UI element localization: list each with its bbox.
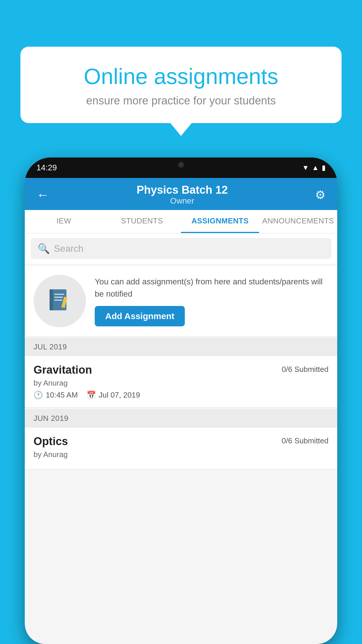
bubble-title: Online assignments <box>38 64 324 89</box>
phone-notch <box>158 158 204 172</box>
battery-icon: ▮ <box>322 164 326 172</box>
add-assignment-button[interactable]: Add Assignment <box>95 306 185 326</box>
status-bar: 14:29 ▼ ▲ ▮ <box>25 158 337 178</box>
search-container: 🔍 Search <box>25 233 337 264</box>
assignment-card-optics[interactable]: Optics 0/6 Submitted by Anurag <box>25 428 337 469</box>
tab-announcements[interactable]: ANNOUNCEMENTS <box>259 210 337 233</box>
tab-iew[interactable]: IEW <box>25 210 103 233</box>
tab-assignments[interactable]: ASSIGNMENTS <box>181 210 259 233</box>
svg-rect-4 <box>54 300 62 301</box>
bubble-subtitle: ensure more practice for your students <box>38 94 324 107</box>
assignment-by-optics: by Anurag <box>34 450 328 459</box>
search-bar[interactable]: 🔍 Search <box>31 238 331 259</box>
header-center: Physics Batch 12 Owner <box>137 184 228 206</box>
promo-card: You can add assignment(s) from here and … <box>25 266 337 336</box>
app-header: ← Physics Batch 12 Owner ⚙ <box>25 178 337 210</box>
clock-icon: 🕐 <box>34 391 43 400</box>
status-time: 14:29 <box>36 163 57 172</box>
svg-rect-1 <box>50 289 53 310</box>
assignment-submitted-optics: 0/6 Submitted <box>282 436 328 445</box>
datetime-time: 🕐 10:45 AM <box>34 391 78 400</box>
assignment-top-optics: Optics 0/6 Submitted <box>34 435 328 448</box>
speech-bubble-container: Online assignments ensure more practice … <box>20 47 342 123</box>
phone-frame: 14:29 ▼ ▲ ▮ ← Physics Batch 12 Owner ⚙ I… <box>25 158 337 644</box>
header-title: Physics Batch 12 <box>137 184 228 196</box>
promo-icon-circle <box>34 275 86 327</box>
front-camera <box>178 162 184 168</box>
settings-button[interactable]: ⚙ <box>315 188 326 202</box>
promo-text: You can add assignment(s) from here and … <box>95 276 328 300</box>
assignment-datetime: 🕐 10:45 AM 📅 Jul 07, 2019 <box>34 391 328 400</box>
status-icons: ▼ ▲ ▮ <box>302 164 326 172</box>
signal-icon: ▲ <box>312 164 319 172</box>
month-section-jun: JUN 2019 <box>25 409 337 428</box>
assignment-card-gravitation[interactable]: Gravitation 0/6 Submitted by Anurag 🕐 10… <box>25 356 337 407</box>
search-icon: 🔍 <box>38 243 50 254</box>
tabs-bar: IEW STUDENTS ASSIGNMENTS ANNOUNCEMENTS <box>25 210 337 233</box>
assignment-by: by Anurag <box>34 379 328 388</box>
header-subtitle: Owner <box>137 196 228 206</box>
assignment-top: Gravitation 0/6 Submitted <box>34 364 328 376</box>
svg-rect-3 <box>54 297 63 298</box>
assignment-time: 10:45 AM <box>46 391 78 400</box>
wifi-icon: ▼ <box>302 164 309 172</box>
assignment-name: Gravitation <box>34 364 92 376</box>
notebook-icon <box>47 288 73 314</box>
month-section-jul: JUL 2019 <box>25 338 337 356</box>
app-screen: ← Physics Batch 12 Owner ⚙ IEW STUDENTS … <box>25 178 337 644</box>
assignment-name-optics: Optics <box>34 435 68 448</box>
back-button[interactable]: ← <box>36 188 49 202</box>
search-placeholder: Search <box>54 243 83 254</box>
assignment-date: Jul 07, 2019 <box>99 391 140 400</box>
assignment-submitted: 0/6 Submitted <box>282 365 328 374</box>
calendar-icon: 📅 <box>87 391 96 400</box>
promo-right: You can add assignment(s) from here and … <box>95 276 328 326</box>
svg-rect-2 <box>54 294 64 295</box>
datetime-date: 📅 Jul 07, 2019 <box>87 391 140 400</box>
tab-students[interactable]: STUDENTS <box>103 210 181 233</box>
speech-bubble: Online assignments ensure more practice … <box>20 47 342 123</box>
